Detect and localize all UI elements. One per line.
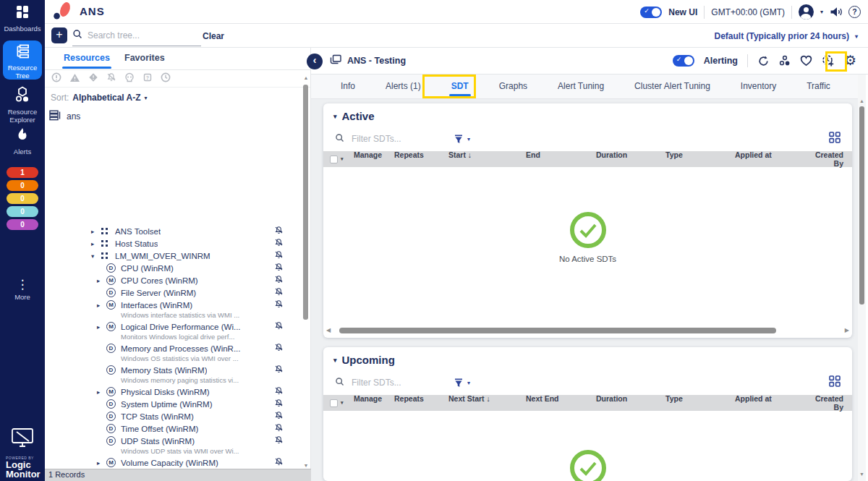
tree-sort-control[interactable]: Sort: Alphabetical A-Z ▾ (51, 93, 148, 103)
favorite-heart-icon[interactable] (800, 55, 812, 67)
tab-inventory[interactable]: Inventory (726, 75, 791, 98)
user-avatar[interactable] (799, 4, 814, 20)
tab-alerts-1[interactable]: Alerts (1) (370, 75, 436, 98)
scrollbar-thumb[interactable] (339, 328, 776, 333)
column-header[interactable]: Start ↓ (448, 150, 526, 168)
column-header[interactable]: Duration (596, 394, 665, 412)
tree-item[interactable]: ▸MLogical Drive Performance (Wi... (45, 320, 301, 333)
unknown-chip-icon[interactable]: ? (142, 72, 153, 85)
chevron-down-icon[interactable]: ▾ (341, 400, 344, 406)
tree-item[interactable]: DSystem Uptime (WinRM) (45, 398, 301, 410)
column-header[interactable]: Type (665, 394, 735, 412)
alerting-disabled-bell-icon[interactable] (274, 411, 284, 422)
alerting-disabled-bell-icon[interactable] (274, 343, 284, 354)
scroll-up-icon[interactable]: ▲ (302, 75, 310, 80)
scrollbar-thumb[interactable] (859, 106, 864, 305)
tree-expand-icon[interactable]: ▸ (91, 228, 101, 235)
filter-funnel-button[interactable]: ▾ (454, 378, 470, 388)
section-header-upcoming[interactable]: ▾ Upcoming (333, 354, 395, 366)
scroll-up-icon[interactable]: ▲ (858, 98, 866, 103)
help-icon[interactable]: ? (848, 6, 861, 18)
add-resource-button[interactable]: + (51, 27, 67, 43)
announcements-megaphone-icon[interactable] (830, 7, 842, 17)
column-header[interactable]: Manage (354, 394, 394, 412)
tab-graphs[interactable]: Graphs (484, 75, 542, 98)
alert-count-badge[interactable]: 0 (7, 180, 38, 191)
tree-search-input[interactable]: Search tree... (72, 29, 201, 46)
column-header[interactable]: Type (665, 150, 735, 168)
tab-cluster-alert-tuning[interactable]: Cluster Alert Tuning (619, 75, 726, 98)
filter-sdts-input[interactable]: Filter SDTs... (352, 378, 437, 388)
alerting-disabled-bell-icon[interactable] (274, 238, 284, 249)
collapse-panel-button[interactable]: ‹ (307, 54, 323, 69)
new-ui-toggle[interactable] (640, 7, 662, 18)
error-diamond-icon[interactable] (88, 72, 98, 85)
scroll-left-icon[interactable]: ◀ (326, 328, 331, 333)
tree-item[interactable]: ▸MCPU Cores (WinRM) (45, 274, 301, 286)
alerting-disabled-bell-icon[interactable] (274, 457, 284, 468)
tab-info[interactable]: Info (326, 75, 370, 98)
tree-item[interactable]: DTCP Stats (WinRM) (45, 410, 301, 422)
tree-item[interactable]: DFile Server (WinRM) (45, 286, 301, 299)
alert-count-badge[interactable]: 0 (7, 193, 38, 204)
column-header[interactable]: Applied at (735, 150, 806, 168)
column-header[interactable]: Manage (354, 150, 394, 168)
select-all-checkbox[interactable] (330, 399, 338, 407)
main-scrollbar[interactable]: ▲ ▼ (858, 75, 866, 481)
tab-traffic[interactable]: Traffic (791, 75, 846, 98)
tree-expand-icon[interactable]: ▸ (97, 459, 106, 467)
tree-item[interactable]: DCPU (WinRM) (45, 262, 301, 274)
tree-item[interactable]: ▸MVolume Capacity (WinRM) (45, 456, 301, 469)
sdt-clock-icon[interactable] (161, 72, 171, 85)
tree-item[interactable]: DMemory Stats (WinRM) (45, 364, 301, 376)
column-header[interactable]: Repeats (394, 150, 448, 168)
chevron-down-icon[interactable]: ▾ (341, 156, 344, 162)
add-sdt-clock-icon[interactable] (822, 54, 835, 67)
tab-favorites[interactable]: Favorites (124, 48, 165, 69)
scroll-down-icon[interactable]: ▼ (858, 472, 866, 477)
sidebar-item-resource-tree[interactable]: Resource Tree (3, 41, 42, 80)
alerting-disabled-bell-icon[interactable] (274, 226, 284, 237)
tab-resources[interactable]: Resources (64, 48, 110, 69)
select-all-checkbox[interactable] (330, 156, 338, 163)
filter-funnel-button[interactable]: ▾ (454, 135, 470, 144)
user-menu-caret-icon[interactable]: ▾ (820, 9, 823, 15)
tree-item[interactable]: DMemory and Processes (WinR... (45, 342, 301, 354)
column-header[interactable]: Duration (596, 150, 665, 168)
warning-triangle-icon[interactable] (69, 72, 80, 85)
bell-slash-icon[interactable] (106, 72, 116, 85)
tree-item[interactable]: ▾LM_WMI_OVER_WINRM (45, 250, 301, 262)
alerting-disabled-bell-icon[interactable] (274, 435, 284, 446)
alerting-toggle[interactable] (673, 55, 694, 67)
alerting-disabled-bell-icon[interactable] (274, 386, 284, 397)
tree-expand-icon[interactable]: ▸ (97, 388, 106, 396)
scrollbar-thumb[interactable] (303, 85, 308, 320)
sidebar-item-dashboards[interactable]: Dashboards (0, 5, 45, 33)
tree-item[interactable]: DUDP Stats (WinRM) (45, 435, 301, 447)
time-range-selector[interactable]: Default (Typically prior 24 hours) ▾ (715, 31, 859, 41)
tree-item[interactable]: ▸ANS Toolset (45, 225, 301, 237)
sidebar-item-alerts[interactable]: Alerts (0, 127, 45, 156)
alerting-disabled-bell-icon[interactable] (274, 299, 284, 310)
filter-sdts-input[interactable]: Filter SDTs... (352, 134, 437, 144)
section-header-active[interactable]: ▾ Active (333, 110, 375, 122)
tree-expand-icon[interactable]: ▸ (97, 277, 106, 284)
tree-expand-icon[interactable]: ▾ (91, 252, 101, 260)
alert-circle-icon[interactable] (51, 72, 61, 85)
horizontal-scrollbar[interactable]: ◀ ▶ (326, 327, 849, 334)
tree-expand-icon[interactable]: ▸ (91, 240, 101, 247)
tree-item[interactable]: DTime Offset (WinRM) (45, 422, 301, 435)
column-header[interactable]: End (526, 150, 596, 168)
alert-count-badge[interactable]: 1 (7, 167, 38, 178)
column-settings-icon[interactable] (829, 375, 841, 390)
alerting-disabled-bell-icon[interactable] (274, 263, 284, 273)
column-header[interactable]: Repeats (394, 394, 448, 412)
timezone-selector[interactable]: GMT+00:00 (GMT) (711, 7, 785, 17)
sidebar-item-more[interactable]: ⋮ More (0, 279, 45, 301)
alerting-disabled-bell-icon[interactable] (274, 365, 284, 375)
column-header[interactable]: Next Start ↓ (448, 394, 526, 412)
column-header[interactable]: Created By (806, 394, 843, 412)
scroll-right-icon[interactable]: ▶ (845, 328, 849, 333)
tree-root-item[interactable]: ans (49, 110, 80, 123)
tree-expand-icon[interactable]: ▸ (97, 323, 106, 331)
